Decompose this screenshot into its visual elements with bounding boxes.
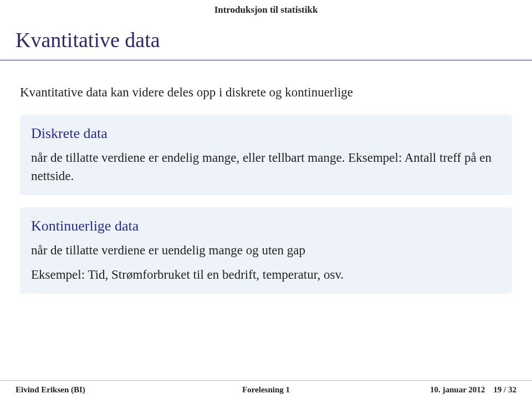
block-example-kontinuerlige: Eksempel: Tid, Strømforbruket til en bed… (31, 266, 501, 284)
slide-content: Kvantitative data kan videre deles opp i… (0, 60, 532, 294)
block-body-diskrete: når de tillatte verdiene er endelig mang… (31, 149, 501, 186)
footer-author: Eivind Eriksen (BI) (16, 385, 85, 395)
block-kontinuerlige: Kontinuerlige data når de tillatte verdi… (20, 207, 512, 294)
block-title-kontinuerlige: Kontinuerlige data (31, 216, 501, 236)
block-body-kontinuerlige: når de tillatte verdiene er uendelig man… (31, 241, 501, 259)
footer-lecture: Forelesning 1 (242, 385, 290, 395)
footer: Eivind Eriksen (BI) Forelesning 1 10. ja… (0, 380, 532, 399)
block-title-diskrete: Diskrete data (31, 124, 501, 144)
block-diskrete: Diskrete data når de tillatte verdiene e… (20, 115, 512, 195)
footer-date-page: 10. januar 2012 19 / 32 (430, 385, 516, 395)
intro-text: Kvantitative data kan videre deles opp i… (20, 84, 512, 101)
slide-title: Kvantitative data (0, 16, 532, 60)
section-header: Introduksjon til statistikk (0, 0, 532, 16)
